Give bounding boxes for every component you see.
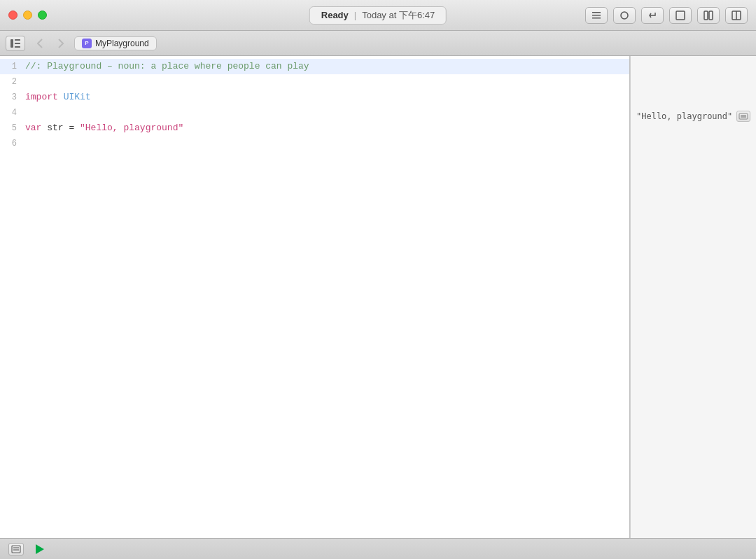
result-eye-button[interactable] — [736, 111, 750, 122]
svg-rect-0 — [592, 12, 601, 13]
code-line-6: 6 — [0, 136, 629, 151]
line-1-content: //: Playground – noun: a place where peo… — [22, 59, 629, 74]
svg-rect-4 — [676, 11, 685, 20]
maximize-button[interactable] — [38, 11, 47, 20]
main-area: 1 //: Playground – noun: a place where p… — [0, 56, 756, 538]
line-number-1: 1 — [0, 59, 22, 74]
traffic-lights — [8, 11, 47, 20]
code-line-4: 4 — [0, 105, 629, 120]
playground-tab[interactable]: P MyPlayground — [74, 36, 157, 50]
results-panel: "Hello, playground" — [630, 56, 756, 538]
status-pill: Ready | Today at 下午6:47 — [309, 6, 447, 25]
svg-rect-12 — [15, 46, 20, 48]
code-line-3: 3 import UIKit — [0, 90, 629, 105]
close-button[interactable] — [8, 11, 18, 20]
tabbar: P MyPlayground — [0, 31, 756, 56]
status-ready-label: Ready — [321, 10, 349, 20]
svg-rect-5 — [704, 11, 708, 20]
circle-button[interactable] — [613, 7, 636, 24]
line-number-2: 2 — [0, 74, 22, 90]
single-pane-button[interactable] — [669, 7, 692, 24]
fullscreen-button[interactable] — [725, 7, 748, 24]
forward-button[interactable] — [53, 36, 69, 51]
svg-rect-9 — [10, 39, 13, 48]
svg-rect-10 — [15, 39, 20, 41]
titlebar-center: Ready | Today at 下午6:47 — [309, 6, 447, 25]
svg-point-3 — [621, 12, 628, 19]
line-3-content: import UIKit — [22, 90, 629, 105]
code-line-1: 1 //: Playground – noun: a place where p… — [0, 59, 629, 74]
line-number-5: 5 — [0, 120, 22, 136]
playground-tab-label: MyPlayground — [95, 39, 149, 48]
status-separator: | — [354, 10, 356, 20]
line-number-6: 6 — [0, 136, 22, 151]
bottombar — [0, 538, 756, 559]
code-line-2: 2 — [0, 74, 629, 90]
split-pane-button[interactable] — [697, 7, 720, 24]
code-line-5: 5 var str = "Hello, playground" — [0, 120, 629, 136]
svg-rect-14 — [741, 115, 746, 118]
minimize-button[interactable] — [23, 11, 32, 20]
line-number-3: 3 — [0, 90, 22, 105]
return-button[interactable] — [641, 7, 664, 24]
svg-rect-11 — [15, 43, 20, 44]
result-row-line5: "Hello, playground" — [631, 108, 756, 125]
titlebar-right — [585, 7, 748, 24]
titlebar: Ready | Today at 下午6:47 — [0, 0, 756, 31]
status-time-label: Today at 下午6:47 — [362, 9, 435, 22]
result-value-line5: "Hello, playground" — [636, 111, 732, 121]
line-5-content: var str = "Hello, playground" — [22, 120, 629, 136]
code-area[interactable]: 1 //: Playground – noun: a place where p… — [0, 56, 629, 538]
sidebar-toggle-button[interactable] — [6, 36, 25, 51]
playground-tab-icon: P — [82, 39, 92, 48]
code-editor[interactable]: 1 //: Playground – noun: a place where p… — [0, 56, 630, 538]
info-icon-button[interactable] — [8, 543, 24, 555]
line-number-4: 4 — [0, 105, 22, 120]
svg-rect-6 — [709, 11, 713, 20]
svg-rect-15 — [12, 546, 20, 553]
run-icon — [36, 544, 44, 554]
svg-rect-1 — [592, 15, 601, 16]
svg-rect-2 — [592, 18, 601, 19]
back-button[interactable] — [32, 36, 48, 51]
align-button[interactable] — [585, 7, 608, 24]
run-button[interactable] — [32, 541, 48, 557]
